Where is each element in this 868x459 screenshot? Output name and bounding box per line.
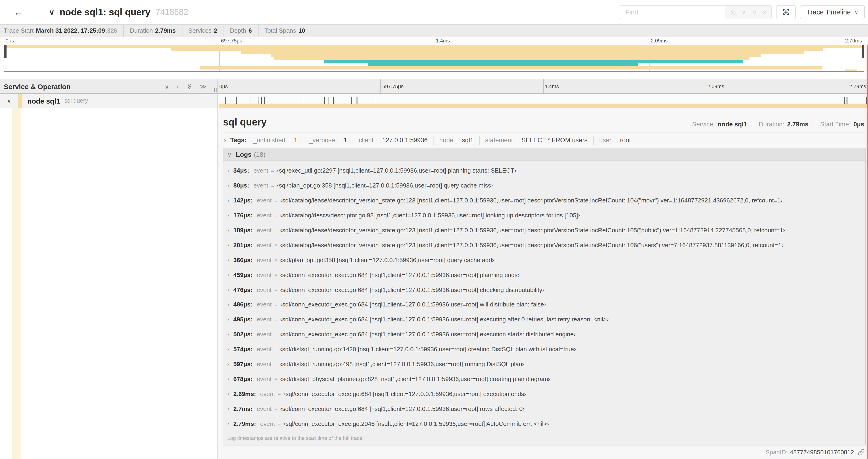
tag-value: 127.0.0.1:59936: [382, 135, 428, 145]
log-marker: [225, 97, 226, 104]
tag-value: SELECT * FROM users: [522, 135, 588, 145]
timeline-tick-header: 0μs697.75μs1.4ms2.09ms2.79ms: [218, 79, 868, 93]
equals-sign: =: [274, 257, 277, 263]
tick-label: 0μs: [219, 84, 228, 89]
chevron-right-icon: ›: [227, 376, 229, 382]
trace-info-label: Total Spans: [265, 25, 296, 37]
log-event-key: event: [257, 301, 272, 308]
span-row[interactable]: ∨ node sql1 sql query: [0, 94, 868, 108]
minimap-left-scrubber[interactable]: [4, 45, 6, 58]
log-message: ‹sql/plan_opt.go:358 [nsql1,client=127.0…: [277, 182, 493, 189]
log-row[interactable]: ›495μs:event=‹sql/conn_executor_exec.go:…: [223, 312, 865, 327]
minimap-canvas[interactable]: [4, 45, 864, 72]
find-input[interactable]: [620, 6, 725, 19]
minimap-right-scrubber[interactable]: [862, 45, 864, 58]
log-row[interactable]: ›476μs:event=‹sql/conn_executor_exec.go:…: [223, 282, 865, 297]
log-row[interactable]: ›142μs:event=‹sql/catalog/lease/descript…: [223, 193, 865, 208]
minimap-span-bar: [271, 54, 761, 57]
log-row[interactable]: ›34μs:event=‹sql/exec_util.go:2297 [nsql…: [223, 163, 865, 178]
log-event-key: event: [257, 212, 272, 219]
log-row[interactable]: ›486μs:event=‹sql/conn_executor_exec.go:…: [223, 297, 865, 312]
chevron-right-icon: ›: [224, 137, 226, 144]
chevron-right-icon: ›: [227, 257, 229, 263]
prev-match-icon[interactable]: ∧: [742, 9, 746, 15]
tag-key: node: [439, 135, 453, 145]
tag-item[interactable]: client=127.0.0.1:59936: [353, 135, 433, 145]
locate-icon[interactable]: ◎: [731, 9, 736, 15]
log-row[interactable]: ›597μs:event=‹sql/distsql_running.go:498…: [223, 357, 865, 371]
tags-list: _unfinished=1_verbose=1client=127.0.0.1:…: [248, 135, 637, 145]
trace-info-item: Total Spans10: [258, 25, 311, 37]
collapse-one-icon[interactable]: ∨: [165, 83, 169, 90]
summary-item: Duration:2.79ms: [753, 121, 814, 128]
summary-item: Start Time:0μs: [814, 121, 865, 128]
keyboard-shortcuts-button[interactable]: ⌘: [776, 5, 796, 19]
tag-key: statement: [485, 135, 513, 145]
tag-item[interactable]: node=sql1: [433, 135, 479, 145]
logs-rows: ›34μs:event=‹sql/exec_util.go:2297 [nsql…: [223, 161, 865, 431]
trace-info-value: March 31 2022, 17:25:09: [36, 25, 105, 37]
equals-sign: =: [274, 317, 277, 322]
tick-label: 697.75μs: [382, 84, 404, 89]
log-event-key: event: [257, 375, 272, 383]
log-row[interactable]: ›502μs:event=‹sql/conn_executor_exec.go:…: [223, 327, 865, 342]
log-row[interactable]: ›574μs:event=‹sql/distsql_running.go:142…: [223, 342, 865, 357]
equals-sign: =: [274, 287, 277, 292]
log-timestamp: 2.79ms:: [233, 420, 256, 427]
column-resizer-grip[interactable]: [214, 88, 217, 92]
trace-info-item: Services2: [182, 25, 223, 37]
minimap-span-bar: [845, 69, 857, 72]
minimap-span-bar: [171, 48, 824, 51]
next-match-icon[interactable]: ∨: [752, 9, 757, 15]
tick-label: 2.79ms: [845, 38, 862, 43]
log-row[interactable]: ›189μs:event=‹sql/catalog/lease/descript…: [223, 223, 865, 238]
tag-item[interactable]: statement=SELECT * FROM users: [479, 135, 593, 145]
trace-info-value: 10: [299, 25, 305, 37]
span-row-name-cell[interactable]: ∨ node sql1 sql query: [0, 94, 218, 108]
log-message: ‹sql/distsql_running.go:1420 [nsql1,clie…: [280, 346, 576, 353]
log-row[interactable]: ›366μs:event=‹sql/plan_opt.go:358 [nsql1…: [223, 253, 865, 267]
log-marker: [846, 97, 847, 104]
summary-label: Start Time:: [820, 121, 851, 128]
trace-id: 7418682: [155, 7, 188, 17]
tag-item[interactable]: _unfinished=1: [248, 135, 303, 145]
log-row[interactable]: ›2.7ms:event=‹sql/conn_executor_exec.go:…: [223, 401, 865, 416]
equals-sign: =: [274, 302, 277, 307]
equals-sign: =: [278, 391, 281, 397]
log-row[interactable]: ›2.69ms:event=‹sql/conn_executor_exec.go…: [223, 387, 865, 401]
log-marker: [375, 97, 376, 104]
log-row[interactable]: ›80μs:event=‹sql/plan_opt.go:358 [nsql1,…: [223, 178, 865, 193]
back-button[interactable]: ←: [0, 0, 37, 24]
span-collapse-icon[interactable]: ∨: [7, 97, 11, 104]
tick-label: 0μs: [6, 38, 14, 43]
logs-title: Logs: [236, 151, 251, 158]
collapse-all-icon[interactable]: ≫: [186, 83, 193, 89]
tag-item[interactable]: _verbose=1: [303, 135, 353, 145]
logs-header[interactable]: ∨ Logs (18): [223, 148, 865, 161]
equals-sign: =: [274, 242, 277, 248]
service-operation-title: Service & Operation: [4, 82, 165, 90]
log-message: ‹sql/conn_executor_exec.go:684 [nsql1,cl…: [280, 301, 546, 308]
expand-all-icon[interactable]: ≫: [200, 83, 206, 90]
minimap-span-bar: [200, 66, 822, 69]
tags-row[interactable]: › Tags: _unfinished=1_verbose=1client=12…: [223, 132, 866, 148]
log-event-key: event: [253, 182, 268, 189]
tag-item[interactable]: user=root: [593, 135, 637, 145]
log-timestamp: 34μs:: [233, 167, 249, 174]
link-icon[interactable]: [858, 449, 865, 456]
log-row[interactable]: ›678μs:event=‹sql/distsql_physical_plann…: [223, 371, 865, 387]
equals-sign: =: [274, 406, 277, 412]
log-message: ‹sql/distsql_physical_planner.go:828 [ns…: [280, 375, 550, 383]
equals-sign: =: [274, 346, 277, 352]
expand-one-icon[interactable]: ›: [177, 83, 179, 90]
log-marker: [303, 97, 303, 104]
log-row[interactable]: ›201μs:event=‹sql/catalog/lease/descript…: [223, 238, 865, 253]
span-row-timeline[interactable]: [218, 94, 868, 108]
log-row[interactable]: ›176μs:event=‹sql/catalog/descs/descript…: [223, 208, 865, 223]
clear-search-icon[interactable]: ×: [763, 9, 767, 15]
view-selector-button[interactable]: Trace Timeline ∨: [800, 5, 865, 19]
log-row[interactable]: ›459μs:event=‹sql/conn_executor_exec.go:…: [223, 267, 865, 282]
log-row[interactable]: ›2.79ms:event=‹sql/conn_executor_exec.go…: [223, 416, 865, 431]
chevron-right-icon: ›: [227, 301, 229, 308]
trace-collapse-toggle-icon[interactable]: ∨: [49, 8, 54, 17]
